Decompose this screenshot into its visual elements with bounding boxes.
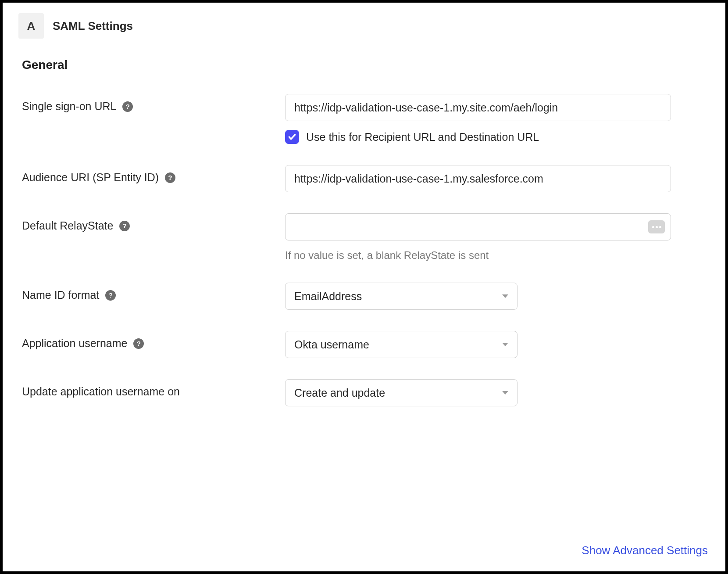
row-sso-url: Single sign-on URL ? Use this for Recipi… (22, 94, 710, 144)
row-app-username: Application username ? Okta username (22, 331, 710, 358)
caret-down-icon (502, 391, 508, 395)
help-icon[interactable]: ? (105, 290, 116, 301)
relay-state-more-button[interactable] (648, 220, 665, 233)
help-icon[interactable]: ? (165, 172, 175, 183)
input-audience-uri[interactable] (285, 165, 671, 192)
checkbox-icon (285, 130, 299, 144)
select-update-on[interactable]: Create and update (285, 379, 517, 406)
saml-settings-panel: A SAML Settings General Single sign-on U… (3, 3, 725, 571)
panel-title: SAML Settings (53, 19, 133, 33)
row-relay-state: Default RelayState ? If no value is set,… (22, 213, 710, 262)
label-sso-url: Single sign-on URL (22, 100, 116, 113)
helper-relay-state: If no value is set, a blank RelayState i… (285, 249, 710, 262)
select-app-username[interactable]: Okta username (285, 331, 517, 358)
row-update-on: Update application username on Create an… (22, 379, 710, 406)
section-badge: A (18, 13, 44, 39)
select-value: Okta username (294, 338, 369, 351)
checkbox-label: Use this for Recipient URL and Destinati… (306, 131, 539, 144)
help-icon[interactable]: ? (119, 221, 130, 231)
select-value: Create and update (294, 387, 385, 399)
panel-header: A SAML Settings (18, 13, 710, 39)
help-icon[interactable]: ? (122, 101, 133, 112)
show-advanced-settings-link[interactable]: Show Advanced Settings (582, 544, 708, 557)
input-relay-state[interactable] (285, 213, 671, 240)
caret-down-icon (502, 343, 508, 346)
label-audience-uri: Audience URI (SP Entity ID) (22, 171, 159, 184)
checkbox-recipient-destination[interactable]: Use this for Recipient URL and Destinati… (285, 130, 710, 144)
label-relay-state: Default RelayState (22, 219, 113, 232)
row-name-id-format: Name ID format ? EmailAddress (22, 283, 710, 310)
caret-down-icon (502, 294, 508, 298)
row-audience-uri: Audience URI (SP Entity ID) ? (22, 165, 710, 192)
label-update-on: Update application username on (22, 385, 180, 398)
select-name-id-format[interactable]: EmailAddress (285, 283, 517, 310)
help-icon[interactable]: ? (133, 338, 144, 349)
input-sso-url[interactable] (285, 94, 671, 121)
section-heading-general: General (22, 58, 710, 72)
label-app-username: Application username (22, 337, 127, 350)
select-value: EmailAddress (294, 290, 362, 303)
label-name-id-format: Name ID format (22, 289, 99, 301)
